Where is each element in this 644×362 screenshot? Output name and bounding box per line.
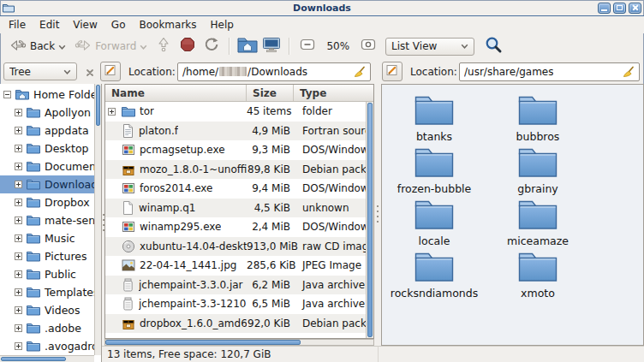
titlebar[interactable]: Downloads bbox=[0, 0, 644, 16]
sidebar-item-public[interactable]: Public bbox=[0, 265, 94, 283]
folder-item-miceamaze[interactable]: miceamaze bbox=[487, 198, 588, 247]
menu-file[interactable]: File bbox=[2, 16, 33, 33]
tree-expander-icon[interactable] bbox=[15, 217, 22, 224]
file-row[interactable]: 22-04-14_1441.jpg285,6 KiBJPEG Image bbox=[105, 256, 366, 276]
tree-expander-icon[interactable] bbox=[15, 127, 22, 134]
folder-item-btanks[interactable]: btanks bbox=[384, 93, 485, 143]
sidebar-item-music[interactable]: Music bbox=[0, 229, 94, 247]
view-mode-select[interactable]: List View bbox=[385, 38, 474, 56]
sidebar-item-documents[interactable]: Documents bbox=[0, 157, 94, 175]
file-list-vertical-scrollbar[interactable] bbox=[366, 102, 373, 338]
minimize-button[interactable] bbox=[598, 3, 611, 14]
tree-expander-icon[interactable] bbox=[15, 145, 22, 152]
folder-item-frozen-bubble[interactable]: frozen-bubble bbox=[384, 145, 485, 195]
close-button[interactable] bbox=[629, 3, 641, 14]
back-dropdown-icon[interactable] bbox=[58, 40, 66, 52]
maximize-button[interactable] bbox=[613, 3, 626, 14]
home-button[interactable] bbox=[236, 36, 259, 56]
stop-button[interactable] bbox=[176, 36, 200, 56]
column-header-type[interactable]: Type bbox=[294, 85, 373, 101]
tree-expander-icon[interactable] bbox=[15, 199, 22, 206]
desktop-button[interactable] bbox=[259, 36, 283, 56]
tree-expander-icon[interactable] bbox=[15, 163, 22, 170]
file-list-horizontal-scrollbar[interactable] bbox=[104, 339, 374, 346]
forward-dropdown-icon[interactable] bbox=[140, 40, 147, 52]
folder-item-rocksndiamonds[interactable]: rocksndiamonds bbox=[384, 250, 485, 300]
file-row[interactable]: jchempaint-3.3-1210...6,5 MiBJava archiv… bbox=[105, 294, 366, 314]
edit-location-toggle-left[interactable] bbox=[100, 62, 121, 81]
exe-file-icon bbox=[122, 220, 135, 234]
menu-go[interactable]: Go bbox=[104, 16, 133, 33]
side-pane-close-button[interactable] bbox=[82, 65, 98, 79]
file-row[interactable]: dropbox_1.6.0_amd6...92,0 KiBDebian pack… bbox=[105, 314, 366, 334]
side-pane-mode-select[interactable]: Tree bbox=[3, 62, 77, 80]
location-input-right[interactable]: /usr/share/games bbox=[459, 62, 640, 81]
sidebar-item-desktop[interactable]: Desktop bbox=[0, 139, 94, 157]
folder-item-locale[interactable]: locale bbox=[384, 198, 485, 247]
sidebar-item-home-folder[interactable]: Home Folder bbox=[0, 86, 94, 104]
back-button[interactable]: Back bbox=[5, 37, 70, 56]
column-header-name[interactable]: Name bbox=[105, 85, 247, 101]
menu-view[interactable]: View bbox=[66, 16, 104, 33]
sidebar-item--adobe[interactable]: .adobe bbox=[0, 319, 94, 337]
sidebar-item-downloads[interactable]: Downloads bbox=[0, 175, 94, 193]
tree-expander-icon[interactable] bbox=[15, 342, 22, 350]
file-row[interactable]: pcmagsetup.exe9,3 MiBDOS/Windows ex bbox=[105, 140, 366, 160]
sidebar-item-apollyon[interactable]: Apollyon bbox=[0, 104, 94, 122]
sidebar-horizontal-scrollbar[interactable] bbox=[0, 355, 94, 362]
menu-bookmarks[interactable]: Bookmarks bbox=[132, 16, 203, 33]
file-row[interactable]: platon.f4,9 MiBFortran source co bbox=[105, 122, 366, 141]
tree-expander-icon[interactable] bbox=[15, 234, 22, 242]
sidebar-vertical-scrollbar[interactable] bbox=[94, 84, 101, 355]
file-type: Java archive bbox=[294, 298, 366, 310]
pane-splitter[interactable] bbox=[374, 84, 381, 346]
file-row[interactable]: xubuntu-14.04-deskt...913,0 MiBraw CD im… bbox=[105, 237, 366, 257]
tree-expander-icon[interactable] bbox=[3, 91, 11, 98]
tree-expander-icon[interactable] bbox=[15, 288, 22, 296]
folder-item-xmoto[interactable]: xmoto bbox=[487, 250, 588, 300]
zoom-out-button[interactable] bbox=[295, 36, 319, 56]
edit-location-toggle-right[interactable] bbox=[382, 62, 402, 81]
tree-expander-icon[interactable] bbox=[108, 108, 117, 116]
forward-button[interactable]: Forward bbox=[70, 37, 152, 56]
sidebar-item-templates[interactable]: Templates bbox=[0, 283, 94, 301]
sidebar-item-mate-sensors-[interactable]: mate-sensors- bbox=[0, 211, 94, 229]
clear-path-icon[interactable] bbox=[353, 66, 366, 79]
sidebar-item-pictures[interactable]: Pictures bbox=[0, 247, 94, 265]
file-row[interactable]: winamp.q14,5 KiBunknown bbox=[105, 199, 366, 218]
scrollbar-thumb[interactable] bbox=[367, 103, 373, 337]
file-row[interactable]: foros2014.exe9,4 MiBDOS/Windows ex bbox=[105, 179, 366, 199]
folder-item-gbrainy[interactable]: gbrainy bbox=[487, 145, 588, 195]
search-button[interactable] bbox=[481, 36, 505, 56]
file-type: unknown bbox=[294, 202, 366, 214]
menu-edit[interactable]: Edit bbox=[33, 16, 66, 33]
sidebar-item-appdata[interactable]: appdata bbox=[0, 122, 94, 139]
zoom-original-button[interactable] bbox=[356, 36, 380, 56]
tree-expander-icon[interactable] bbox=[15, 306, 22, 314]
sidebar-item-videos[interactable]: Videos bbox=[0, 301, 94, 319]
scrollbar-thumb[interactable] bbox=[96, 85, 100, 126]
back-arrow-icon bbox=[9, 39, 27, 55]
reload-button[interactable] bbox=[200, 36, 224, 56]
folder-item-bubbros[interactable]: bubbros bbox=[487, 93, 588, 143]
file-row[interactable]: winamp295.exe2,4 MiBDOS/Windows ex bbox=[105, 217, 366, 237]
sidebar-item--avogadro[interactable]: .avogadro bbox=[0, 337, 94, 355]
column-header-size[interactable]: Size bbox=[247, 85, 294, 101]
tree-expander-icon[interactable] bbox=[15, 109, 22, 116]
file-name: xubuntu-14.04-deskt... bbox=[140, 240, 247, 252]
tree-expander-icon[interactable] bbox=[15, 252, 22, 260]
file-row[interactable]: mozo_1.8.0-1~unoffi...89,8 KiBDebian pac… bbox=[105, 160, 366, 180]
file-row[interactable]: jchempaint-3.3.0.jar6,2 MiBJava archive bbox=[105, 276, 366, 295]
menu-help[interactable]: Help bbox=[204, 16, 241, 33]
up-button[interactable] bbox=[152, 36, 176, 56]
scrollbar-thumb[interactable] bbox=[105, 340, 301, 345]
clear-path-icon[interactable] bbox=[622, 66, 635, 79]
tree-expander-icon[interactable] bbox=[15, 270, 22, 278]
file-row[interactable]: tor45 itemsfolder bbox=[105, 102, 366, 122]
tree-expander-icon[interactable] bbox=[15, 181, 22, 188]
file-list-rows: tor45 itemsfolderplaton.f4,9 MiBFortran … bbox=[105, 102, 366, 333]
tree-expander-icon[interactable] bbox=[15, 324, 22, 332]
location-input-left[interactable]: /home//Downloads bbox=[177, 62, 371, 81]
sidebar-item-dropbox[interactable]: Dropbox bbox=[0, 193, 94, 211]
scrollbar-thumb[interactable] bbox=[1, 357, 66, 361]
